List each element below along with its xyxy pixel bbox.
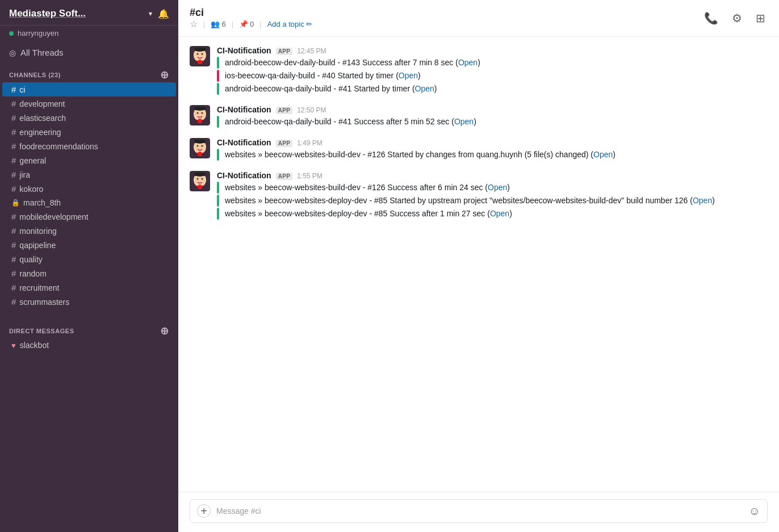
channel-name: foodrecommendations [19,142,98,151]
message-timestamp: 12:45 PM [297,47,326,55]
open-link[interactable]: Open [693,196,712,205]
chevron-down-icon[interactable]: ▾ [149,10,152,18]
avatar [190,138,210,158]
sidebar-item-development[interactable]: #development [2,97,176,111]
username: harrynguyen [18,29,58,37]
hash-icon: # [11,283,16,292]
gear-icon[interactable]: ⚙ [730,9,744,27]
phone-icon[interactable]: 📞 [702,9,721,27]
channel-meta: ☆ | 👥 6 | 📌 0 | Add a topic ✏ [190,19,702,30]
open-link[interactable]: Open [399,71,418,80]
channels-list: #ci#development#elasticsearch#engineerin… [0,82,178,309]
message-timestamp: 1:55 PM [297,172,323,180]
app-badge: APP [276,107,292,114]
sidebar-item-jira[interactable]: #jira [2,167,176,182]
sidebar-item-qapipeline[interactable]: #qapipeline [2,238,176,252]
all-threads-label: All Threads [20,48,64,57]
sender-name: CI-Notification [217,138,271,147]
threads-icon: ◎ [9,48,16,57]
svg-point-3 [197,53,199,55]
main-panel: #ci ☆ | 👥 6 | 📌 0 | Add a topic ✏ [178,0,779,532]
sidebar-item-monitoring[interactable]: #monitoring [2,224,176,238]
lock-icon: 🔒 [11,199,20,207]
open-link[interactable]: Open [415,84,434,93]
border-bar [217,149,219,161]
emoji-button[interactable]: ☺ [749,505,760,518]
sidebar-item-recruitment[interactable]: #recruitment [2,280,176,295]
message-line: android-beecow-dev-daily-build - #143 Su… [217,57,768,69]
avatar [190,46,210,66]
add-dm-icon[interactable]: ⊕ [160,326,169,336]
svg-rect-30 [194,173,206,176]
message-group-msg2: CI-Notification APP 12:50 PM android-bee… [190,105,768,129]
workspace-name[interactable]: Mediastep Soft... [9,8,146,19]
sender-name: CI-Notification [217,46,271,55]
open-link[interactable]: Open [488,183,507,192]
members-count: 👥 6 [211,20,225,28]
message-input-box: + Message #ci ☺ [190,499,768,523]
open-link[interactable]: Open [454,117,474,126]
message-text: websites » beecow-websites-deploy-dev - … [225,195,715,207]
add-attachment-button[interactable]: + [197,504,211,518]
sidebar-item-elasticsearch[interactable]: #elasticsearch [2,111,176,125]
hash-icon: # [11,141,16,151]
svg-point-4 [202,53,203,55]
sidebar-item-random[interactable]: #random [2,266,176,280]
message-input-area: + Message #ci ☺ [178,492,779,532]
hash-icon: # [11,156,16,165]
hash-icon: # [11,240,16,250]
sidebar-item-ci[interactable]: #ci [2,82,176,97]
hash-icon: # [11,226,16,236]
sidebar-item-engineering[interactable]: #engineering [2,125,176,139]
message-group-msg4: CI-Notification APP 1:55 PM websites » b… [190,171,768,221]
bell-icon[interactable]: 🔔 [158,9,169,19]
message-line: websites » beecow-websites-build-dev - #… [217,149,768,161]
svg-point-20 [202,145,203,147]
message-content: CI-Notification APP 12:50 PM android-bee… [217,105,768,129]
add-channel-icon[interactable]: ⊕ [160,70,169,80]
message-timestamp: 1:49 PM [297,139,323,147]
star-icon[interactable]: ☆ [190,19,198,30]
channels-label: CHANNELS (23) [9,72,61,78]
sidebar-item-general[interactable]: #general [2,153,176,167]
svg-point-11 [197,112,199,114]
message-line: android-beecow-qa-daily-build - #41 Succ… [217,116,768,128]
message-text: websites » beecow-websites-build-dev - #… [225,182,510,194]
hash-icon: # [11,269,16,278]
pencil-icon: ✏ [306,20,312,28]
dm-label: DIRECT MESSAGES [9,328,74,334]
channel-name: elasticsearch [19,114,66,123]
svg-point-19 [197,145,199,147]
channel-name: general [19,156,46,165]
message-text: android-beecow-qa-daily-build - #41 Succ… [225,116,476,128]
sidebar-item-scrummasters[interactable]: #scrummasters [2,295,176,309]
svg-point-28 [202,178,203,180]
header-actions: 📞 ⚙ ⊞ [702,9,768,27]
sidebar-item-mobiledevelopment[interactable]: #mobiledevelopment [2,210,176,224]
message-timestamp: 12:50 PM [297,106,326,114]
hash-icon: # [11,170,16,179]
border-bar [217,195,219,207]
message-text: websites » beecow-websites-build-dev - #… [225,149,615,161]
all-threads-item[interactable]: ◎ All Threads [0,43,178,62]
sidebar-item-march_8th[interactable]: 🔒march_8th [2,196,176,210]
grid-icon[interactable]: ⊞ [753,9,768,27]
svg-rect-14 [194,107,206,110]
sidebar-item-quality[interactable]: #quality [2,252,176,266]
sidebar-item-kokoro[interactable]: #kokoro [2,182,176,196]
message-input-placeholder[interactable]: Message #ci [216,506,743,516]
direct-messages-section-header: DIRECT MESSAGES ⊕ [0,318,178,338]
dm-item-slackbot[interactable]: ♥slackbot [2,338,176,352]
border-bar [217,57,219,69]
app-badge: APP [276,48,292,55]
add-topic-button[interactable]: Add a topic ✏ [267,20,313,28]
online-dot [9,31,14,36]
heart-icon: ♥ [11,341,16,350]
message-line: android-beecow-qa-daily-build - #41 Star… [217,83,768,95]
open-link[interactable]: Open [458,58,478,67]
open-link[interactable]: Open [593,150,613,159]
sidebar-item-foodrecommendations[interactable]: #foodrecommendations [2,139,176,153]
open-link[interactable]: Open [490,209,509,218]
message-line: ios-beecow-qa-daily-build - #40 Started … [217,70,768,82]
hash-icon: # [11,297,16,307]
